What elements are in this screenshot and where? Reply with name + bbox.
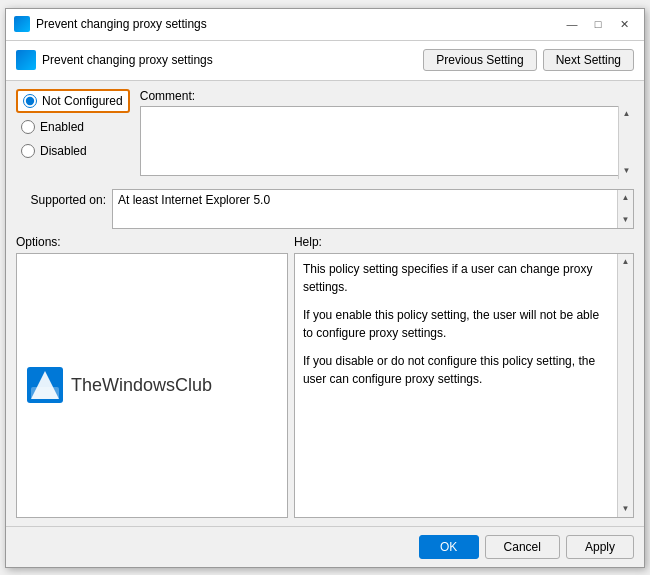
help-label: Help: xyxy=(294,235,634,249)
radio-enabled-input[interactable] xyxy=(21,120,35,134)
comment-scroll-down[interactable]: ▼ xyxy=(619,163,635,179)
twc-logo-svg xyxy=(27,367,63,403)
header-buttons: Previous Setting Next Setting xyxy=(423,49,634,71)
help-para-1: This policy setting specifies if a user … xyxy=(303,260,611,296)
radio-disabled[interactable]: Disabled xyxy=(16,141,130,161)
content-area: Not Configured Enabled Disabled Comment: xyxy=(6,81,644,526)
supported-value: At least Internet Explorer 5.0 xyxy=(118,193,270,207)
options-help-section: Options: TheWindowsClub xyxy=(16,235,634,518)
close-button[interactable]: ✕ xyxy=(612,14,636,34)
help-scroll-up[interactable]: ▲ xyxy=(618,254,634,270)
maximize-button[interactable]: □ xyxy=(586,14,610,34)
options-label: Options: xyxy=(16,235,288,249)
comment-section: Comment: ▲ ▼ xyxy=(140,89,634,179)
minimize-button[interactable]: — xyxy=(560,14,584,34)
options-section: Options: TheWindowsClub xyxy=(16,235,288,518)
twc-logo-icon xyxy=(27,367,63,403)
comment-textarea[interactable] xyxy=(140,106,634,176)
title-bar-left: Prevent changing proxy settings xyxy=(14,16,207,32)
supported-section: Supported on: At least Internet Explorer… xyxy=(16,189,634,229)
comment-scrollbar: ▲ ▼ xyxy=(618,106,634,179)
help-box: This policy setting specifies if a user … xyxy=(294,253,634,518)
previous-setting-button[interactable]: Previous Setting xyxy=(423,49,536,71)
supported-label: Supported on: xyxy=(16,189,106,207)
supported-scroll-up[interactable]: ▲ xyxy=(618,190,634,206)
footer: OK Cancel Apply xyxy=(6,526,644,567)
radio-group: Not Configured Enabled Disabled xyxy=(16,89,130,161)
supported-scrollbar: ▲ ▼ xyxy=(617,190,633,228)
header-icon xyxy=(16,50,36,70)
ok-button[interactable]: OK xyxy=(419,535,479,559)
title-bar: Prevent changing proxy settings — □ ✕ xyxy=(6,9,644,41)
header-left: Prevent changing proxy settings xyxy=(16,50,213,70)
help-content: This policy setting specifies if a user … xyxy=(303,260,611,388)
help-scrollbar: ▲ ▼ xyxy=(617,254,633,517)
help-para-3: If you disable or do not configure this … xyxy=(303,352,611,388)
comment-scroll-track xyxy=(619,122,634,163)
cancel-button[interactable]: Cancel xyxy=(485,535,560,559)
supported-scroll-down[interactable]: ▼ xyxy=(618,212,634,228)
header-bar: Prevent changing proxy settings Previous… xyxy=(6,41,644,81)
window-icon xyxy=(14,16,30,32)
radio-not-configured-label: Not Configured xyxy=(42,94,123,108)
radio-not-configured[interactable]: Not Configured xyxy=(16,89,130,113)
radio-not-configured-input[interactable] xyxy=(23,94,37,108)
radio-disabled-input[interactable] xyxy=(21,144,35,158)
twc-logo-text: TheWindowsClub xyxy=(71,375,212,396)
comment-scroll-up[interactable]: ▲ xyxy=(619,106,635,122)
comment-label: Comment: xyxy=(140,89,634,103)
radio-enabled-label: Enabled xyxy=(40,120,84,134)
help-scroll-track xyxy=(618,270,633,501)
options-box: TheWindowsClub xyxy=(16,253,288,518)
radio-enabled[interactable]: Enabled xyxy=(16,117,130,137)
help-para-2: If you enable this policy setting, the u… xyxy=(303,306,611,342)
header-title: Prevent changing proxy settings xyxy=(42,53,213,67)
main-window: Prevent changing proxy settings — □ ✕ Pr… xyxy=(5,8,645,568)
help-section: Help: This policy setting specifies if a… xyxy=(294,235,634,518)
help-scroll-down[interactable]: ▼ xyxy=(618,501,634,517)
title-controls: — □ ✕ xyxy=(560,14,636,34)
radio-disabled-label: Disabled xyxy=(40,144,87,158)
next-setting-button[interactable]: Next Setting xyxy=(543,49,634,71)
window-title: Prevent changing proxy settings xyxy=(36,17,207,31)
svg-rect-2 xyxy=(31,387,59,399)
apply-button[interactable]: Apply xyxy=(566,535,634,559)
logo-container: TheWindowsClub xyxy=(27,367,212,403)
supported-box: At least Internet Explorer 5.0 ▲ ▼ xyxy=(112,189,634,229)
top-section: Not Configured Enabled Disabled Comment: xyxy=(16,89,634,179)
